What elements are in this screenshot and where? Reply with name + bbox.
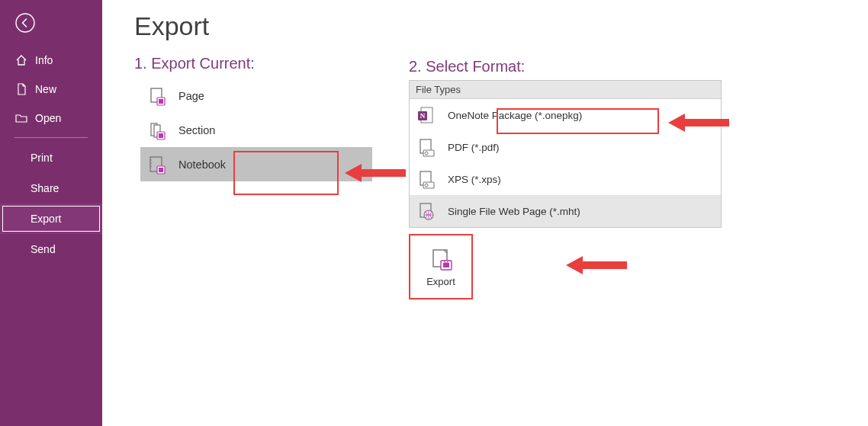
backstage-sidebar: Info New Open Print Share Export Send <box>0 0 102 426</box>
filetype-label: XPS (*.xps) <box>448 174 501 185</box>
sidebar-item-print[interactable]: Print <box>0 143 102 173</box>
file-types-group: File Types N OneNote Package (*.onepkg) <box>409 80 722 228</box>
main-content: Export 1. Export Current: Page <box>102 0 868 426</box>
export-button[interactable]: Export <box>409 234 473 299</box>
filetype-xps[interactable]: XPS (*.xps) <box>410 163 721 195</box>
section-icon <box>146 120 168 141</box>
filetype-mht[interactable]: Single File Web Page (*.mht) <box>410 195 721 227</box>
sidebar-item-info[interactable]: Info <box>0 46 102 75</box>
svg-point-0 <box>16 14 34 32</box>
svg-rect-13 <box>159 168 163 172</box>
filetype-onepkg[interactable]: N OneNote Package (*.onepkg) <box>410 99 721 131</box>
notebook-icon <box>146 154 168 175</box>
option-label: Notebook <box>178 159 226 171</box>
xps-icon <box>416 168 437 190</box>
onenote-package-icon: N <box>416 104 437 126</box>
export-current-page[interactable]: Page <box>140 78 386 113</box>
export-current-section[interactable]: Section <box>140 113 386 147</box>
sidebar-item-new[interactable]: New <box>0 75 102 104</box>
folder-open-icon <box>15 112 27 124</box>
svg-rect-28 <box>445 261 448 263</box>
pdf-icon <box>416 136 437 158</box>
svg-rect-3 <box>159 99 163 104</box>
page-icon <box>146 85 168 107</box>
filetype-label: OneNote Package (*.onepkg) <box>448 110 582 121</box>
document-icon <box>15 83 27 95</box>
sidebar-label: Info <box>35 54 53 66</box>
back-button[interactable] <box>0 0 102 46</box>
export-current-heading: 1. Export Current: <box>134 55 386 72</box>
sidebar-label: Send <box>31 243 56 255</box>
filetype-label: Single File Web Page (*.mht) <box>448 206 580 217</box>
sidebar-label: New <box>35 83 56 95</box>
back-arrow-icon <box>15 13 35 33</box>
page-title: Export <box>134 11 845 41</box>
sidebar-label: Export <box>31 213 61 225</box>
option-label: Section <box>178 124 215 136</box>
svg-rect-27 <box>443 263 449 267</box>
sidebar-label: Share <box>31 182 59 194</box>
sidebar-label: Open <box>35 112 61 124</box>
sidebar-separator <box>14 137 88 138</box>
sidebar-item-share[interactable]: Share <box>0 173 102 203</box>
svg-rect-7 <box>159 133 163 138</box>
webpage-icon <box>416 200 437 222</box>
select-format-column: 2. Select Format: File Types N OneNote P… <box>409 55 722 299</box>
sidebar-item-send[interactable]: Send <box>0 234 102 264</box>
file-types-header: File Types <box>410 81 721 99</box>
filetype-pdf[interactable]: PDF (*.pdf) <box>410 131 721 163</box>
option-label: Page <box>178 90 204 102</box>
sidebar-item-open[interactable]: Open <box>0 104 102 133</box>
sidebar-item-export[interactable]: Export <box>0 203 102 234</box>
export-current-notebook[interactable]: Notebook <box>140 147 372 181</box>
svg-text:N: N <box>420 112 426 120</box>
filetype-label: PDF (*.pdf) <box>448 142 500 153</box>
sidebar-label: Print <box>31 152 53 164</box>
select-format-heading: 2. Select Format: <box>409 58 722 75</box>
home-icon <box>15 54 27 66</box>
export-button-label: Export <box>426 276 455 287</box>
export-current-column: 1. Export Current: Page <box>134 55 386 299</box>
export-icon <box>429 247 453 271</box>
